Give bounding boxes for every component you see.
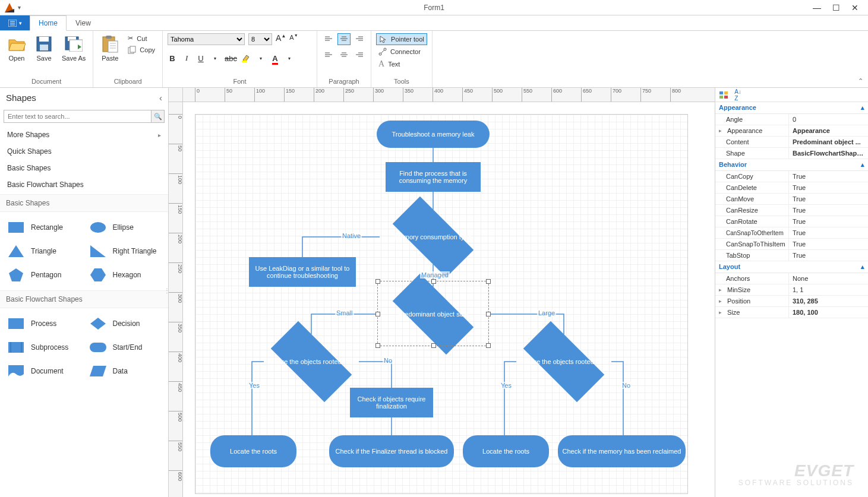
highlight-button[interactable] [242,54,251,62]
node-start[interactable]: Troubleshoot a memory leak [377,121,490,148]
prop-angle[interactable]: Angle0 [715,114,868,125]
category-flowchart-shapes[interactable]: Basic Flowchart Shapes [0,176,168,193]
category-more-shapes[interactable]: More Shapes▸ [0,126,168,143]
align-top-left-button[interactable] [322,33,335,45]
font-color-dropdown-icon[interactable]: ▾ [285,56,294,61]
alphabetical-button[interactable]: A↓Z [732,89,744,101]
category-appearance[interactable]: Appearance▴ [715,102,868,114]
node-end-locate-1[interactable]: Locate the roots [210,435,296,467]
expand-icon[interactable]: ▸ [719,298,725,304]
svg-marker-49 [90,318,106,330]
shape-start-end[interactable]: Start/End [84,335,166,359]
prop-canresize[interactable]: CanResizeTrue [715,205,868,216]
align-center-button[interactable] [337,49,351,61]
expand-icon[interactable]: ▸ [719,287,725,293]
tab-home[interactable]: Home [30,15,67,31]
expand-icon[interactable]: ▸ [719,309,725,315]
text-tool-button[interactable]: AText [376,58,427,70]
align-right-button[interactable] [353,49,366,61]
collapse-panel-icon[interactable]: ‹ [159,93,162,103]
prop-cansnapthis[interactable]: CanSnapToThisItemTrue [715,239,868,250]
diagram-page[interactable]: Troubleshoot a memory leak Find the proc… [195,114,688,494]
node-decision-rooted-right[interactable]: Are the objects rooted? [510,334,617,389]
font-size-select[interactable]: 8 [248,33,272,45]
shapes-panel-title: Shapes [6,93,36,103]
close-button[interactable]: ✕ [848,3,862,12]
shape-pentagon[interactable]: Pentagon [2,263,84,287]
open-button[interactable]: Open [5,33,29,63]
svg-rect-14 [108,41,118,52]
shape-process[interactable]: Process [2,312,84,335]
underline-button[interactable]: U [196,54,206,63]
collapse-ribbon-icon[interactable]: ⌃ [858,77,863,85]
shape-document[interactable]: Document [2,359,84,383]
qat-dropdown-icon[interactable]: ▾ [18,4,21,11]
shape-hexagon[interactable]: Hexagon [84,263,166,287]
paste-button[interactable]: Paste [98,33,122,63]
shape-decision[interactable]: Decision [84,312,166,335]
node-process-find[interactable]: Find the process that is consuming the m… [386,162,481,192]
prop-appearance[interactable]: ▸AppearanceAppearance [715,125,868,137]
categorized-button[interactable] [718,89,730,101]
shape-triangle[interactable]: Triangle [2,239,84,263]
prop-size[interactable]: ▸Size180, 100 [715,307,868,318]
selection-box[interactable] [377,281,489,346]
pointer-icon [379,35,387,43]
shape-ellipse[interactable]: Ellipse [84,216,166,239]
prop-tabstop[interactable]: TabStopTrue [715,250,868,261]
shape-data[interactable]: Data [84,359,166,383]
bold-button[interactable]: B [168,54,177,63]
maximize-button[interactable]: ☐ [829,3,843,12]
node-process-leakdiag[interactable]: Use LeakDiag or a similar tool to contin… [249,257,356,287]
category-layout[interactable]: Layout▴ [715,261,868,273]
grow-font-icon[interactable]: A▲ [276,33,286,45]
minimize-button[interactable]: — [810,3,824,12]
prop-minsize[interactable]: ▸MinSize1, 1 [715,284,868,296]
underline-dropdown-icon[interactable]: ▾ [210,56,220,61]
prop-anchors[interactable]: AnchorsNone [715,273,868,284]
node-process-finalization[interactable]: Check if objects require finalization [350,388,433,417]
highlight-dropdown-icon[interactable]: ▾ [256,56,266,61]
shrink-font-icon[interactable]: A▼ [289,33,298,45]
shapes-search-input[interactable] [4,110,151,123]
category-quick-shapes[interactable]: Quick Shapes [0,143,168,160]
tab-view[interactable]: View [67,15,100,30]
search-button[interactable]: 🔍 [151,110,165,123]
expand-icon[interactable]: ▸ [719,128,725,134]
prop-content[interactable]: ContentPredominant object ... [715,137,868,148]
prop-candelete[interactable]: CanDeleteTrue [715,182,868,194]
shape-rectangle[interactable]: Rectangle [2,216,84,239]
strikethrough-button[interactable]: abc [225,54,237,63]
align-top-center-button[interactable] [337,33,351,45]
save-as-button[interactable]: Save As [59,33,88,63]
category-behavior[interactable]: Behavior▴ [715,159,868,171]
prop-shape[interactable]: ShapeBasicFlowchartShape... [715,148,868,159]
italic-button[interactable]: I [182,53,191,63]
prop-position[interactable]: ▸Position310, 285 [715,296,868,307]
font-name-select[interactable]: Tahoma [168,33,245,45]
cut-button[interactable]: ✂Cut [125,33,157,43]
scissors-icon: ✂ [128,34,133,42]
prop-cancopy[interactable]: CanCopyTrue [715,171,868,182]
node-end-reclaimed[interactable]: Check if the memory has been reclaimed [558,435,686,467]
prop-canmove[interactable]: CanMoveTrue [715,194,868,205]
node-end-locate-2[interactable]: Locate the roots [463,435,549,467]
node-decision-rooted-left[interactable]: Are the objects rooted? [258,334,365,389]
pointer-tool-button[interactable]: Pointer tool [376,33,427,45]
canvas[interactable]: Troubleshoot a memory leak Find the proc… [183,102,715,497]
connector-tool-button[interactable]: Connector [376,46,427,57]
prop-canrotate[interactable]: CanRotateTrue [715,216,868,227]
node-decision-memory-type[interactable]: Memory consumption type [380,210,487,264]
node-end-finalizer[interactable]: Check if the Finalizer thread is blocked [329,435,454,467]
save-button[interactable]: Save [32,33,56,63]
file-button[interactable]: ▾ [0,15,30,30]
category-basic-shapes[interactable]: Basic Shapes [0,160,168,176]
flowchart-shapes-header: Basic Flowchart Shapes [0,290,168,308]
align-left-button[interactable] [322,49,335,61]
shape-subprocess[interactable]: Subprocess [2,335,84,359]
shape-right-triangle[interactable]: Right Triangle [84,239,166,263]
copy-button[interactable]: Copy [125,45,157,55]
font-color-button[interactable]: A [270,54,280,63]
align-top-right-button[interactable] [353,33,366,45]
prop-cansnapother[interactable]: CanSnapToOtherItemTrue [715,227,868,239]
